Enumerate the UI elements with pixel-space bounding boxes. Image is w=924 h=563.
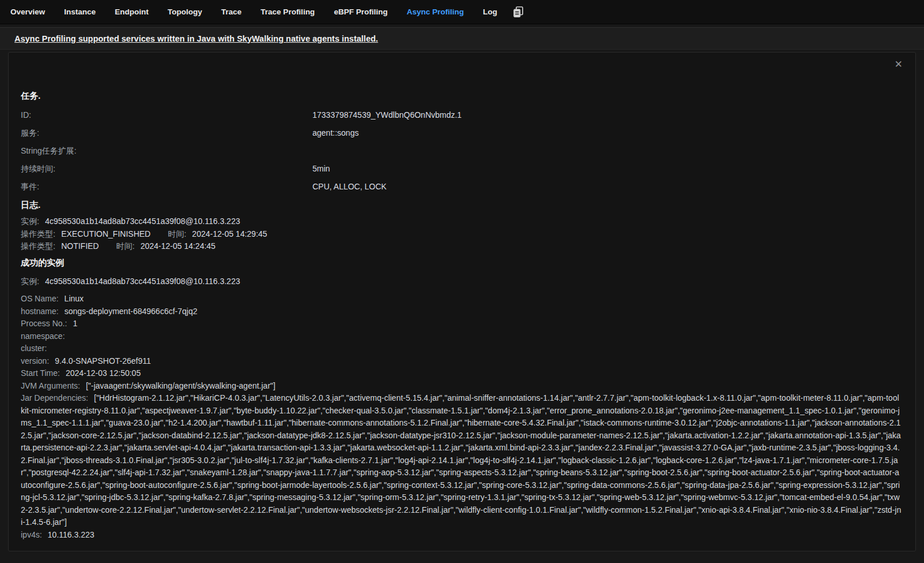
attr-os-name: OS Name:Linux	[21, 293, 901, 305]
attr-jvm-arguments: JVM Arguments:["-javaagent:/skywalking/a…	[21, 380, 901, 393]
success-instance-value: 4c958530a1b14ad8ab73cc4451a39f08@10.116.…	[45, 277, 240, 286]
logs-list: 实例:4c958530a1b14ad8ab73cc4451a39f08@10.1…	[21, 215, 901, 253]
attr-label: Process No.:	[21, 319, 67, 328]
tab-log[interactable]: Log	[483, 0, 497, 24]
attr-label: JVM Arguments:	[21, 381, 80, 390]
log-instance-label: 实例:	[21, 217, 39, 226]
log-instance-line: 实例:4c958530a1b14ad8ab73cc4451a39f08@10.1…	[21, 215, 901, 228]
log-op-label: 操作类型:	[21, 241, 55, 251]
attr-value: ["HdrHistogram-2.1.12.jar","HikariCP-4.0…	[21, 393, 901, 527]
success-section-title: 成功的实例	[21, 258, 901, 268]
log-entry: 操作类型:NOTIFIED时间:2024-12-05 14:24:45	[21, 240, 901, 253]
tab-overview[interactable]: Overview	[10, 0, 45, 24]
tab-async-profiling[interactable]: Async Profiling	[407, 0, 464, 24]
copy-icon[interactable]	[513, 6, 524, 18]
field-label-ext: String任务扩展:	[21, 146, 312, 156]
attr-value: ["-javaagent:/skywalking/agent/skywalkin…	[86, 381, 275, 390]
tab-trace[interactable]: Trace	[221, 0, 241, 24]
attr-label: version:	[21, 356, 49, 366]
success-instance-line: 实例:4c958530a1b14ad8ab73cc4451a39f08@10.1…	[21, 275, 901, 288]
attr-cluster: cluster:	[21, 342, 901, 355]
task-fields: ID: 1733379874539_YWdlbnQ6OnNvbmdz.1 服务:…	[21, 110, 901, 192]
tab-instance[interactable]: Instance	[64, 0, 96, 24]
field-value-events: CPU, ALLOC, LOCK	[312, 182, 386, 192]
attr-label: namespace:	[21, 331, 65, 341]
log-time-value: 2024-12-05 14:24:45	[140, 241, 215, 251]
attr-namespace: namespace:	[21, 330, 901, 343]
close-icon[interactable]: ✕	[895, 59, 903, 69]
field-row-id: ID: 1733379874539_YWdlbnQ6OnNvbmdz.1	[21, 110, 901, 120]
log-op-value: EXECUTION_FINISHED	[61, 229, 151, 238]
tab-ebpf-profiling[interactable]: eBPF Profiling	[334, 0, 388, 24]
task-section-title: 任务.	[21, 91, 901, 101]
field-label-events: 事件:	[21, 182, 312, 192]
attr-process-no: Process No.:1	[21, 318, 901, 330]
attr-label: cluster:	[21, 344, 47, 353]
logs-section-title: 日志.	[21, 200, 901, 210]
log-time-label: 时间:	[168, 229, 187, 238]
log-instance-value: 4c958530a1b14ad8ab73cc4451a39f08@10.116.…	[45, 217, 240, 226]
tab-endpoint[interactable]: Endpoint	[115, 0, 148, 24]
field-value-duration: 5min	[312, 164, 330, 174]
log-op-value: NOTIFIED	[61, 241, 99, 251]
field-row-events: 事件: CPU, ALLOC, LOCK	[21, 182, 901, 192]
log-time-label: 时间:	[116, 241, 135, 251]
field-row-service: 服务: agent::songs	[21, 128, 901, 138]
field-value-id: 1733379874539_YWdlbnQ6OnNvbmdz.1	[312, 110, 461, 120]
task-detail-panel: ✕ 任务. ID: 1733379874539_YWdlbnQ6OnNvbmdz…	[8, 52, 916, 551]
field-row-duration: 持续时间: 5min	[21, 164, 901, 174]
attr-ipv4s: ipv4s:10.116.3.223	[21, 529, 901, 542]
attr-version: version:9.4.0-SNAPSHOT-26ef911	[21, 355, 901, 368]
attr-jar-dependencies: Jar Dependencies:["HdrHistogram-2.1.12.j…	[21, 392, 901, 529]
field-label-service: 服务:	[21, 128, 312, 138]
attr-value: 10.116.3.223	[48, 530, 95, 539]
attr-label: hostname:	[21, 307, 58, 316]
log-entry: 操作类型:EXECUTION_FINISHED时间:2024-12-05 14:…	[21, 228, 901, 241]
tab-topology[interactable]: Topology	[167, 0, 202, 24]
attr-value: songs-deployment-684966c6cf-7qjq2	[64, 307, 197, 316]
attr-start-time: Start Time:2024-12-03 12:50:05	[21, 367, 901, 380]
attr-label: Start Time:	[21, 368, 60, 378]
log-time-value: 2024-12-05 14:29:45	[192, 229, 267, 238]
top-nav: Overview Instance Endpoint Topology Trac…	[0, 0, 924, 24]
attr-hostname: hostname:songs-deployment-684966c6cf-7qj…	[21, 305, 901, 318]
attr-value: 9.4.0-SNAPSHOT-26ef911	[55, 356, 151, 366]
field-value-service: agent::songs	[312, 128, 359, 138]
attr-label: Jar Dependencies:	[21, 393, 88, 402]
attr-value: 2024-12-03 12:50:05	[66, 368, 141, 378]
attr-label: OS Name:	[21, 294, 58, 303]
async-profiling-docs-link[interactable]: Async Profiling supported services writt…	[14, 34, 378, 43]
attr-value: 1	[73, 319, 77, 328]
attr-value: Linux	[64, 294, 83, 303]
instance-attributes: OS Name:Linux hostname:songs-deployment-…	[21, 293, 901, 541]
log-op-label: 操作类型:	[21, 229, 55, 238]
attr-label: ipv4s:	[21, 530, 42, 539]
success-instance-label: 实例:	[21, 277, 39, 286]
field-label-id: ID:	[21, 110, 312, 120]
banner: Async Profiling supported services writt…	[0, 27, 924, 50]
field-row-ext: String任务扩展:	[21, 146, 901, 156]
tab-trace-profiling[interactable]: Trace Profiling	[260, 0, 315, 24]
field-label-duration: 持续时间:	[21, 164, 312, 174]
